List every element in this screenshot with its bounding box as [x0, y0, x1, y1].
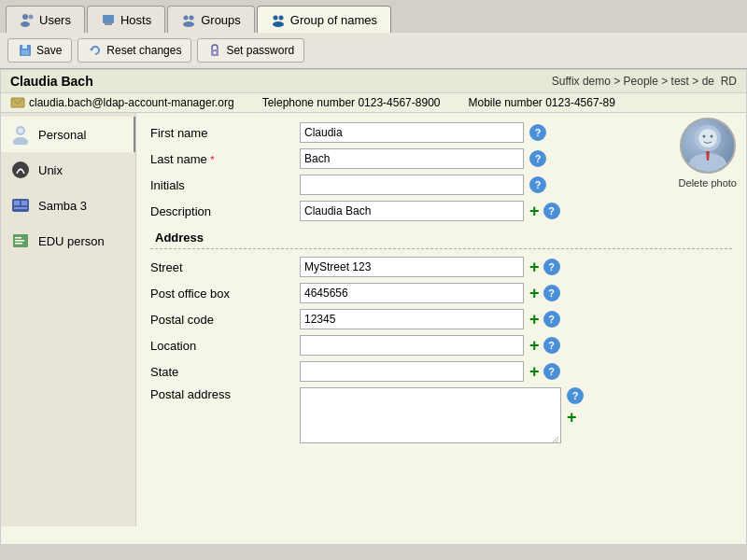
initials-help-button[interactable]: ?	[529, 176, 546, 193]
svg-point-19	[13, 137, 28, 145]
tab-group-of-names[interactable]: Group of names	[257, 6, 391, 33]
tab-groups[interactable]: Groups	[167, 6, 255, 33]
nav-personal-label: Personal	[38, 128, 86, 142]
last-name-row: Last name * ?	[150, 148, 732, 169]
save-button[interactable]: Save	[7, 38, 72, 63]
state-input[interactable]	[300, 361, 524, 382]
svg-rect-4	[105, 23, 112, 25]
last-name-input[interactable]	[300, 148, 524, 169]
postal-code-help-button[interactable]: ?	[543, 311, 560, 328]
svg-rect-28	[15, 240, 24, 242]
tab-hosts-label: Hosts	[120, 13, 151, 27]
first-name-actions: ?	[529, 124, 546, 141]
description-actions: + ?	[529, 203, 560, 219]
postal-code-actions: + ?	[529, 311, 560, 328]
reset-button[interactable]: Reset changes	[78, 38, 191, 63]
svg-point-32	[698, 129, 717, 147]
nav-unix[interactable]: Unix	[1, 152, 135, 188]
user-info-bar: claudia.bach@ldap-account-manager.org Te…	[1, 93, 746, 113]
svg-rect-12	[21, 50, 29, 55]
post-office-box-add-button[interactable]: +	[529, 285, 540, 301]
state-add-button[interactable]: +	[529, 363, 540, 380]
tab-hosts[interactable]: Hosts	[87, 6, 165, 33]
location-help-button[interactable]: ?	[543, 337, 560, 354]
avatar-image	[682, 119, 734, 172]
svg-rect-3	[103, 15, 114, 23]
postal-code-input[interactable]	[300, 309, 524, 329]
state-help-button[interactable]: ?	[543, 363, 560, 380]
svg-point-34	[710, 135, 712, 138]
email-value: claudia.bach@ldap-account-manager.org	[29, 96, 234, 109]
tabs-bar: Users Hosts Groups Group of names	[0, 0, 747, 33]
post-office-box-actions: + ?	[529, 285, 560, 301]
postal-address-help-button[interactable]: ?	[567, 387, 584, 404]
svg-point-2	[29, 15, 34, 20]
svg-marker-14	[90, 49, 93, 51]
state-row: State + ?	[150, 361, 732, 382]
group-of-names-icon	[271, 12, 286, 27]
tab-users-label: Users	[39, 13, 71, 27]
side-nav: Personal Unix Samba 3	[1, 113, 136, 526]
postal-code-row: Postal code + ?	[150, 309, 732, 329]
state-label: State	[150, 365, 300, 379]
initials-input[interactable]	[300, 175, 524, 195]
main-area: Claudia Bach Suffix demo > People > test…	[0, 69, 747, 545]
delete-photo-button[interactable]: Delete photo	[679, 177, 737, 189]
postal-address-add-button[interactable]: +	[567, 409, 577, 426]
user-name: Claudia Bach	[10, 74, 93, 89]
samba-icon	[10, 195, 31, 216]
svg-point-5	[184, 16, 189, 21]
post-office-box-label: Post office box	[150, 287, 300, 301]
post-office-box-input[interactable]	[300, 283, 524, 303]
address-section-header: Address	[150, 231, 732, 249]
first-name-input[interactable]	[300, 122, 524, 143]
tab-group-of-names-label: Group of names	[290, 13, 377, 27]
nav-samba3-label: Samba 3	[38, 199, 87, 213]
initials-actions: ?	[529, 176, 546, 193]
postal-address-label: Postal address	[150, 387, 300, 401]
location-label: Location	[150, 339, 300, 353]
svg-rect-27	[15, 237, 21, 239]
user-header: Claudia Bach Suffix demo > People > test…	[1, 70, 746, 93]
postal-code-add-button[interactable]: +	[529, 311, 540, 328]
telephone-value: Telephone number 0123-4567-8900	[262, 96, 441, 109]
last-name-help-button[interactable]: ?	[529, 150, 546, 167]
state-actions: + ?	[529, 363, 560, 380]
svg-point-20	[18, 128, 23, 133]
svg-point-16	[214, 51, 217, 54]
postal-address-actions: ? +	[567, 387, 584, 404]
location-add-button[interactable]: +	[529, 337, 540, 354]
location-input[interactable]	[300, 335, 524, 356]
street-add-button[interactable]: +	[529, 259, 540, 275]
set-password-label: Set password	[226, 44, 294, 57]
initials-label: Initials	[150, 178, 300, 192]
street-row: Street + ?	[150, 257, 732, 277]
photo-area: Delete photo	[679, 118, 737, 189]
unix-icon	[10, 160, 31, 180]
description-row: Description + ?	[150, 201, 732, 221]
description-help-button[interactable]: ?	[543, 203, 560, 219]
street-input[interactable]	[300, 257, 524, 277]
save-icon	[18, 43, 33, 58]
reset-label: Reset changes	[106, 44, 181, 57]
svg-point-7	[183, 21, 194, 27]
personal-icon	[10, 124, 31, 145]
postal-address-input[interactable]	[300, 387, 561, 443]
nav-samba3[interactable]: Samba 3	[1, 188, 135, 223]
tab-users[interactable]: Users	[6, 6, 85, 33]
nav-personal[interactable]: Personal	[1, 117, 135, 152]
description-add-button[interactable]: +	[529, 203, 540, 219]
user-email: claudia.bach@ldap-account-manager.org	[10, 96, 234, 109]
nav-unix-label: Unix	[38, 163, 63, 177]
street-help-button[interactable]: ?	[543, 259, 560, 275]
email-icon	[10, 97, 25, 108]
nav-edu-person[interactable]: EDU person	[1, 223, 135, 259]
first-name-label: First name	[150, 126, 300, 140]
first-name-help-button[interactable]: ?	[529, 124, 546, 141]
required-star: *	[210, 154, 214, 165]
set-password-button[interactable]: Set password	[197, 38, 304, 63]
tab-groups-label: Groups	[201, 13, 241, 27]
postal-address-row: Postal address ? +	[150, 387, 732, 446]
description-input[interactable]	[300, 201, 524, 221]
post-office-box-help-button[interactable]: ?	[543, 285, 560, 301]
